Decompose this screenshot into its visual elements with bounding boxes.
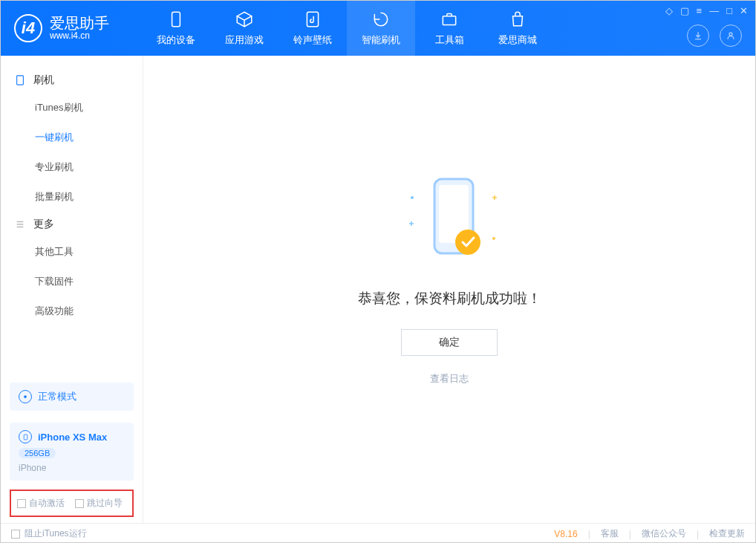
tab-toolbox[interactable]: 工具箱	[415, 1, 483, 56]
sidebar-item-itunes[interactable]: iTunes刷机	[1, 93, 143, 123]
svg-rect-2	[443, 16, 455, 25]
checkbox-block-itunes[interactable]: 阻止iTunes运行	[11, 527, 87, 540]
device-mode-box[interactable]: 正常模式	[10, 383, 134, 411]
cube-icon	[235, 10, 254, 29]
device-small-icon	[19, 430, 32, 443]
main-content: 恭喜您，保资料刷机成功啦！ 确定 查看日志	[143, 56, 755, 523]
check-update-link[interactable]: 检查更新	[709, 527, 745, 540]
svg-rect-1	[307, 12, 318, 27]
logo-icon: i4	[14, 14, 42, 42]
svg-point-7	[411, 196, 414, 199]
flash-result: 恭喜您，保资料刷机成功啦！ 确定 查看日志	[358, 164, 541, 386]
svg-rect-0	[172, 12, 180, 27]
sidebar-item-pro[interactable]: 专业刷机	[1, 152, 143, 182]
list-icon	[14, 218, 26, 230]
logo[interactable]: i4 爱思助手 www.i4.cn	[1, 14, 142, 42]
feedback-icon[interactable]: ▢	[680, 5, 689, 16]
logo-text: 爱思助手 www.i4.cn	[50, 16, 109, 41]
checkbox-auto-activate[interactable]: 自动激活	[17, 497, 65, 510]
ok-button[interactable]: 确定	[401, 329, 498, 356]
tab-my-device[interactable]: 我的设备	[142, 1, 210, 56]
success-illustration-icon	[382, 164, 516, 276]
device-icon	[14, 74, 26, 86]
sidebar-item-advanced[interactable]: 高级功能	[1, 296, 143, 326]
support-link[interactable]: 客服	[601, 527, 619, 540]
tab-store[interactable]: 爱思商城	[483, 1, 552, 56]
device-info-box[interactable]: iPhone XS Max 256GB iPhone	[10, 423, 134, 481]
sidebar-group-flash: 刷机	[1, 68, 143, 93]
sidebar-item-batch[interactable]: 批量刷机	[1, 182, 143, 212]
window-controls: ◇ ▢ ≡ — □ ✕	[665, 5, 748, 16]
status-bar: 阻止iTunes运行 V8.16 | 客服 | 微信公众号 | 检查更新	[1, 523, 755, 543]
top-tabs: 我的设备 应用游戏 铃声壁纸 智能刷机 工具箱 爱思商城	[142, 1, 552, 56]
tab-smart-flash[interactable]: 智能刷机	[347, 1, 415, 56]
version-label: V8.16	[554, 529, 577, 539]
sidebar-item-onekey[interactable]: 一键刷机	[1, 123, 143, 152]
app-header: i4 爱思助手 www.i4.cn 我的设备 应用游戏 铃声壁纸 智能刷机 工具…	[1, 1, 755, 56]
tab-apps[interactable]: 应用游戏	[210, 1, 278, 56]
music-file-icon	[303, 10, 322, 29]
view-log-link[interactable]: 查看日志	[430, 372, 469, 386]
svg-rect-6	[24, 435, 27, 440]
device-capacity: 256GB	[19, 448, 56, 458]
phone-icon	[166, 10, 186, 29]
checkbox-skip-guide[interactable]: 跳过向导	[75, 497, 123, 510]
device-name: iPhone XS Max	[38, 432, 107, 443]
svg-rect-4	[17, 76, 24, 85]
user-icon[interactable]	[720, 25, 742, 47]
svg-point-3	[729, 33, 732, 36]
svg-point-5	[24, 395, 27, 398]
svg-point-8	[492, 237, 495, 240]
mode-icon	[19, 390, 32, 403]
mode-label: 正常模式	[38, 390, 76, 403]
wechat-link[interactable]: 微信公众号	[642, 527, 686, 540]
sidebar-item-firmware[interactable]: 下载固件	[1, 267, 143, 296]
maximize-icon[interactable]: □	[726, 5, 732, 16]
menu-icon[interactable]: ≡	[697, 5, 703, 16]
device-type: iPhone	[19, 463, 125, 473]
result-message: 恭喜您，保资料刷机成功啦！	[358, 289, 541, 308]
shopping-bag-icon	[508, 10, 527, 29]
shirt-icon[interactable]: ◇	[665, 5, 673, 16]
sidebar-item-other[interactable]: 其他工具	[1, 237, 143, 267]
flash-options-highlight: 自动激活 跳过向导	[10, 490, 134, 517]
download-icon[interactable]	[687, 25, 709, 47]
header-user-icons	[687, 25, 742, 47]
sidebar: 刷机 iTunes刷机 一键刷机 专业刷机 批量刷机 更多 其他工具 下载固件 …	[1, 56, 143, 523]
tab-ringtone[interactable]: 铃声壁纸	[278, 1, 347, 56]
refresh-shield-icon	[371, 10, 391, 29]
briefcase-icon	[440, 10, 459, 29]
close-icon[interactable]: ✕	[740, 5, 748, 16]
minimize-icon[interactable]: —	[709, 5, 719, 16]
sidebar-group-more: 更多	[1, 212, 143, 237]
svg-point-11	[455, 230, 480, 255]
app-body: 刷机 iTunes刷机 一键刷机 专业刷机 批量刷机 更多 其他工具 下载固件 …	[1, 56, 755, 523]
